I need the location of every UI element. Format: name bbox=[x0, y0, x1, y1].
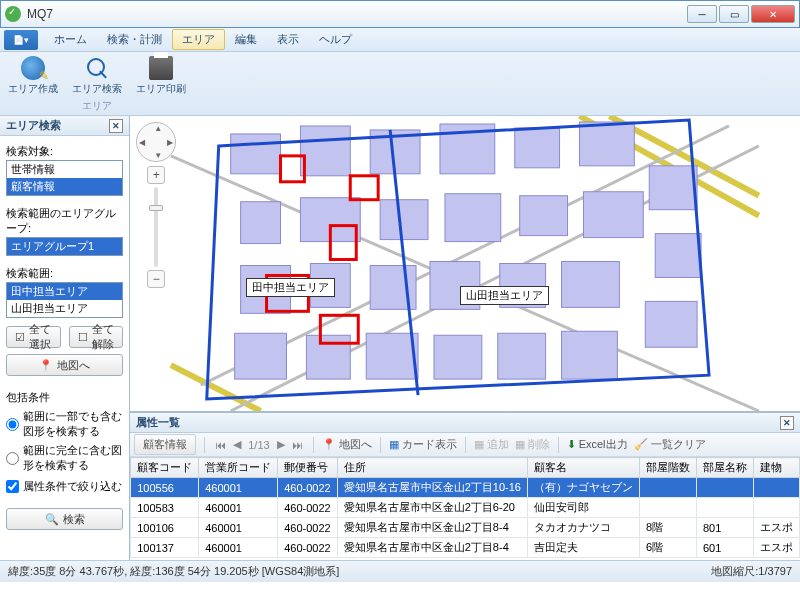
menu-edit[interactable]: 編集 bbox=[225, 29, 267, 50]
col-3[interactable]: 住所 bbox=[337, 458, 527, 478]
area-create-label: エリア作成 bbox=[8, 82, 58, 96]
svg-rect-22 bbox=[434, 335, 482, 379]
maximize-button[interactable]: ▭ bbox=[719, 5, 749, 23]
col-0[interactable]: 顧客コード bbox=[131, 458, 199, 478]
pan-control[interactable]: ▲▼ ◀▶ bbox=[136, 122, 176, 162]
attributes-title: 属性一覧 bbox=[136, 415, 180, 430]
inclusion-label: 包括条件 bbox=[6, 390, 123, 405]
toolbar-card-view[interactable]: ▦カード表示 bbox=[389, 437, 457, 452]
areagroup-item-0[interactable]: エリアグループ1 bbox=[7, 238, 122, 255]
table-row[interactable]: 100137460001460-0022愛知県名古屋市中区金山2丁目8-4吉田定… bbox=[131, 538, 800, 558]
toolbar-delete[interactable]: ▦削除 bbox=[515, 437, 550, 452]
window-title: MQ7 bbox=[27, 7, 53, 21]
svg-rect-23 bbox=[498, 333, 546, 379]
toolbar-excel[interactable]: ⬇Excel出力 bbox=[567, 437, 628, 452]
titlebar: MQ7 ─ ▭ ✕ bbox=[0, 0, 800, 28]
status-coords: 緯度:35度 8分 43.767秒, 経度:136度 54分 19.205秒 [… bbox=[8, 564, 339, 579]
close-button[interactable]: ✕ bbox=[751, 5, 795, 23]
search-icon bbox=[85, 56, 109, 80]
menu-search-measure[interactable]: 検索・計測 bbox=[97, 29, 172, 50]
attr-filter-checkbox[interactable]: 属性条件で絞り込む bbox=[6, 479, 123, 494]
areagroup-label: 検索範囲のエリアグループ: bbox=[6, 206, 123, 236]
attributes-tab[interactable]: 顧客情報 bbox=[134, 434, 196, 455]
target-listbox[interactable]: 世帯情報 顧客情報 bbox=[6, 160, 123, 196]
svg-rect-21 bbox=[366, 333, 418, 379]
table-row[interactable]: 100106460001460-0022愛知県名古屋市中区金山2丁目8-4タカオ… bbox=[131, 518, 800, 538]
menu-area[interactable]: エリア bbox=[172, 29, 225, 50]
minimize-button[interactable]: ─ bbox=[687, 5, 717, 23]
to-map-button[interactable]: 📍 地図へ bbox=[6, 354, 123, 376]
svg-rect-2 bbox=[301, 126, 351, 176]
ribbon-group-label: エリア bbox=[82, 99, 112, 113]
target-item-1[interactable]: 顧客情報 bbox=[7, 178, 122, 195]
pager-prev[interactable]: ◀ bbox=[231, 438, 243, 451]
table-row[interactable]: 100583460001460-0022愛知県名古屋市中区金山2丁目6-20仙田… bbox=[131, 498, 800, 518]
ribbon: エリア作成 エリア検索 エリア印刷 エリア bbox=[0, 52, 800, 116]
statusbar: 緯度:35度 8分 43.767秒, 経度:136度 54分 19.205秒 [… bbox=[0, 560, 800, 582]
inclusion-full-radio[interactable]: 範囲に完全に含む図形を検索する bbox=[6, 443, 123, 473]
attributes-grid[interactable]: 顧客コード 営業所コード 郵便番号 住所 顧客名 部屋階数 部屋名称 建物 10… bbox=[130, 457, 800, 560]
pager-first[interactable]: ⏮ bbox=[213, 439, 228, 451]
file-menu-button[interactable]: 📄▾ bbox=[4, 30, 38, 50]
svg-rect-19 bbox=[235, 333, 287, 379]
sidebar-header: エリア検索 ✕ bbox=[0, 116, 129, 136]
target-label: 検索対象: bbox=[6, 144, 123, 159]
menu-view[interactable]: 表示 bbox=[267, 29, 309, 50]
range-item-1[interactable]: 山田担当エリア bbox=[7, 300, 122, 317]
toolbar-add[interactable]: ▦追加 bbox=[474, 437, 509, 452]
svg-rect-9 bbox=[380, 200, 428, 240]
attributes-panel: 属性一覧 ✕ 顧客情報 ⏮ ◀ 1/13 ▶ ⏭ 📍地図へ ▦カード表示 ▦追加 bbox=[130, 412, 800, 560]
col-1[interactable]: 営業所コード bbox=[199, 458, 278, 478]
menu-help[interactable]: ヘルプ bbox=[309, 29, 362, 50]
sidebar-close-button[interactable]: ✕ bbox=[109, 119, 123, 133]
svg-rect-26 bbox=[655, 234, 701, 278]
target-item-0[interactable]: 世帯情報 bbox=[7, 161, 122, 178]
svg-rect-6 bbox=[580, 122, 635, 166]
menubar: 📄▾ ホーム 検索・計測 エリア 編集 表示 ヘルプ bbox=[0, 28, 800, 52]
menu-home[interactable]: ホーム bbox=[44, 29, 97, 50]
pager-display: 1/13 bbox=[246, 439, 271, 451]
globe-icon bbox=[21, 56, 45, 80]
inclusion-partial-radio[interactable]: 範囲に一部でも含む図形を検索する bbox=[6, 409, 123, 439]
area-print-label: エリア印刷 bbox=[136, 82, 186, 96]
svg-rect-25 bbox=[649, 166, 697, 210]
search-button[interactable]: 🔍 検索 bbox=[6, 508, 123, 530]
col-7[interactable]: 建物 bbox=[754, 458, 800, 478]
svg-rect-7 bbox=[241, 202, 281, 244]
map-label-tanaka: 田中担当エリア bbox=[246, 278, 335, 297]
toolbar-to-map[interactable]: 📍地図へ bbox=[322, 437, 372, 452]
col-4[interactable]: 顧客名 bbox=[528, 458, 640, 478]
pager-last[interactable]: ⏭ bbox=[290, 439, 305, 451]
svg-rect-11 bbox=[520, 196, 568, 236]
pager: ⏮ ◀ 1/13 ▶ ⏭ bbox=[213, 438, 304, 451]
print-icon bbox=[149, 56, 173, 80]
zoom-control[interactable]: + − bbox=[146, 166, 166, 288]
toolbar-clear-list[interactable]: 🧹一覧クリア bbox=[634, 437, 706, 452]
area-search-button[interactable]: エリア検索 bbox=[72, 56, 122, 96]
area-print-button[interactable]: エリア印刷 bbox=[136, 56, 186, 96]
zoom-in-button[interactable]: + bbox=[147, 166, 165, 184]
range-listbox[interactable]: 田中担当エリア 山田担当エリア bbox=[6, 282, 123, 318]
status-scale: 地図縮尺:1/3797 bbox=[711, 564, 792, 579]
sidebar: エリア検索 ✕ 検索対象: 世帯情報 顧客情報 検索範囲のエリアグループ: エリ… bbox=[0, 116, 130, 560]
map-canvas[interactable]: 田中担当エリア 山田担当エリア ▲▼ ◀▶ + − bbox=[130, 116, 800, 412]
select-all-button[interactable]: ☑ 全て選択 bbox=[6, 326, 61, 348]
attributes-toolbar: 顧客情報 ⏮ ◀ 1/13 ▶ ⏭ 📍地図へ ▦カード表示 ▦追加 ▦削除 ⬇E… bbox=[130, 433, 800, 457]
attributes-header: 属性一覧 ✕ bbox=[130, 413, 800, 433]
col-5[interactable]: 部屋階数 bbox=[640, 458, 697, 478]
table-row[interactable]: 100556460001460-0022愛知県名古屋市中区金山2丁目10-16（… bbox=[131, 478, 800, 498]
attributes-close-button[interactable]: ✕ bbox=[780, 416, 794, 430]
areagroup-listbox[interactable]: エリアグループ1 bbox=[6, 237, 123, 256]
svg-rect-1 bbox=[231, 134, 281, 174]
clear-all-button[interactable]: ☐ 全て解除 bbox=[69, 326, 124, 348]
range-item-0[interactable]: 田中担当エリア bbox=[7, 283, 122, 300]
svg-rect-18 bbox=[562, 262, 620, 308]
area-create-button[interactable]: エリア作成 bbox=[8, 56, 58, 96]
svg-rect-12 bbox=[584, 192, 644, 238]
zoom-thumb[interactable] bbox=[149, 205, 163, 211]
pager-next[interactable]: ▶ bbox=[275, 438, 287, 451]
col-6[interactable]: 部屋名称 bbox=[697, 458, 754, 478]
zoom-out-button[interactable]: − bbox=[147, 270, 165, 288]
col-2[interactable]: 郵便番号 bbox=[278, 458, 338, 478]
app-icon bbox=[5, 6, 21, 22]
